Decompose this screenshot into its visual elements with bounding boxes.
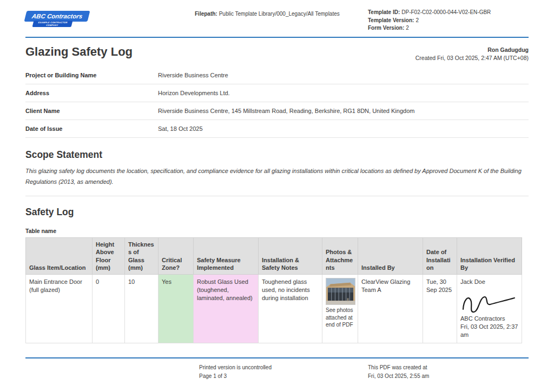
col-installation-verified-by: Installation Verified By (457, 237, 522, 274)
meta-value: Riverside Business Centre, 145 Millstrea… (158, 108, 529, 114)
page-title: Glazing Safety Log (25, 45, 133, 59)
company-logo-title: ABC Contractors (31, 13, 83, 19)
meta-value: Horizon Developments Ltd. (158, 90, 529, 96)
cell-installation-notes: Toughened glass used, no incidents durin… (259, 275, 322, 343)
meta-label: Address (25, 90, 158, 96)
photo-attachment-thumbnail (326, 278, 355, 305)
title-row: Glazing Safety Log Ron Gadugdug Created … (25, 45, 529, 62)
template-version-label: Template Version: (368, 17, 414, 23)
cell-photos-attachments: See photos attached at end of PDF (322, 275, 358, 343)
footer-left-block: Printed version is uncontrolled Page 1 o… (199, 363, 272, 380)
filepath-line: Filepath:Public Template Library/000_Leg… (195, 9, 368, 17)
meta-label: Date of Issue (25, 125, 158, 132)
meta-row-project: Project or Building Name Riverside Busin… (25, 67, 529, 84)
col-height-above-floor: Height Above Floor (mm) (93, 237, 125, 274)
meta-row-client: Client Name Riverside Business Centre, 1… (25, 102, 529, 120)
template-info-block: Template ID:DP-F02-C02-0000-044-V02-EN-G… (368, 9, 491, 32)
verified-by-datetime: Fri, 03 Oct 2025, 2:37 am (460, 323, 518, 340)
meta-label: Project or Building Name (25, 72, 158, 78)
template-version-value: 2 (416, 17, 419, 23)
document-footer: Printed version is uncontrolled Page 1 o… (25, 357, 529, 358)
footer-uncontrolled-note: Printed version is uncontrolled (199, 363, 272, 372)
col-thickness: Thickness of Glass (mm) (125, 237, 159, 274)
cell-safety-measure: Robust Glass Used (toughened, laminated,… (194, 275, 259, 343)
template-id-line: Template ID:DP-F02-C02-0000-044-V02-EN-G… (368, 9, 491, 17)
table-row: Main Entrance Door (full glazed) 0 10 Ye… (26, 275, 522, 343)
form-version-label: Form Version: (368, 25, 404, 31)
company-logo-subtitle: EXAMPLE CONTRACTOR COMPANY (32, 21, 73, 27)
signature-image (460, 290, 517, 314)
cell-thickness: 10 (125, 275, 159, 343)
template-id-value: DP-F02-C02-0000-044-V02-EN-GBR (401, 9, 491, 15)
company-logo-banner: ABC Contractors (24, 11, 90, 22)
scope-statement-heading: Scope Statement (25, 149, 529, 161)
cell-installed-by: ClearView Glazing Team A (358, 275, 423, 343)
footer-created-datetime: Fri, 03 Oct 2025, 2:55 am (368, 372, 429, 381)
template-id-label: Template ID: (368, 9, 400, 15)
safety-log-table: Glass Item/Location Height Above Floor (… (25, 237, 522, 343)
template-version-line: Template Version:2 (368, 17, 491, 25)
verified-by-company: ABC Contractors (460, 315, 518, 323)
footer-created-label: This PDF was created at (368, 363, 429, 372)
verified-by-name: Jack Doe (460, 278, 518, 286)
footer-page-number: Page 1 of 3 (199, 372, 272, 381)
created-timestamp: Created Fri, 03 Oct 2025, 2:47 AM (UTC+0… (416, 54, 529, 62)
col-photos-attachments: Photos & Attachments (322, 237, 358, 274)
photo-caption: See photos attached at end of PDF (326, 307, 354, 329)
meta-fields: Project or Building Name Riverside Busin… (25, 67, 529, 138)
meta-value: Sat, 18 Oct 2025 (158, 125, 529, 132)
cell-critical-zone: Yes (159, 275, 194, 343)
col-installed-by: Installed By (358, 237, 423, 274)
col-glass-item: Glass Item/Location (26, 237, 93, 274)
document-header: ABC Contractors EXAMPLE CONTRACTOR COMPA… (25, 9, 529, 34)
cell-date-of-installation: Tue, 30 Sep 2025 (423, 275, 457, 343)
col-safety-measure: Safety Measure Implemented (194, 237, 259, 274)
filepath-value: Public Template Library/000_Legacy/All T… (219, 11, 340, 17)
table-name-label: Table name (25, 228, 529, 234)
header-divider (25, 37, 529, 38)
created-block: Ron Gadugdug Created Fri, 03 Oct 2025, 2… (416, 45, 529, 62)
author-name: Ron Gadugdug (416, 46, 529, 54)
form-version-line: Form Version:2 (368, 24, 491, 32)
cell-glass-item: Main Entrance Door (full glazed) (26, 275, 93, 343)
scope-statement-text: This glazing safety log documents the lo… (25, 166, 529, 187)
meta-value: Riverside Business Centre (158, 72, 529, 78)
document-page: ABC Contractors EXAMPLE CONTRACTOR COMPA… (0, 0, 554, 392)
cell-height-above-floor: 0 (93, 275, 125, 343)
footer-right-block: This PDF was created at Fri, 03 Oct 2025… (368, 363, 429, 380)
company-logo: ABC Contractors EXAMPLE CONTRACTOR COMPA… (25, 9, 195, 27)
section-divider (25, 196, 529, 196)
meta-row-address: Address Horizon Developments Ltd. (25, 84, 529, 102)
table-header-row: Glass Item/Location Height Above Floor (… (26, 237, 522, 274)
col-installation-notes: Installation & Safety Notes (259, 237, 322, 274)
filepath-label: Filepath: (195, 11, 217, 17)
col-date-of-installation: Date of Installation (423, 237, 457, 274)
form-version-value: 2 (406, 25, 409, 31)
meta-label: Client Name (25, 108, 158, 114)
safety-log-heading: Safety Log (25, 207, 529, 218)
building-photo-image (326, 278, 355, 305)
cell-installation-verified-by: Jack Doe ABC Contractors Fri, 03 Oct 202… (457, 275, 522, 343)
meta-row-date-of-issue: Date of Issue Sat, 18 Oct 2025 (25, 120, 529, 138)
col-critical-zone: Critical Zone? (159, 237, 194, 274)
